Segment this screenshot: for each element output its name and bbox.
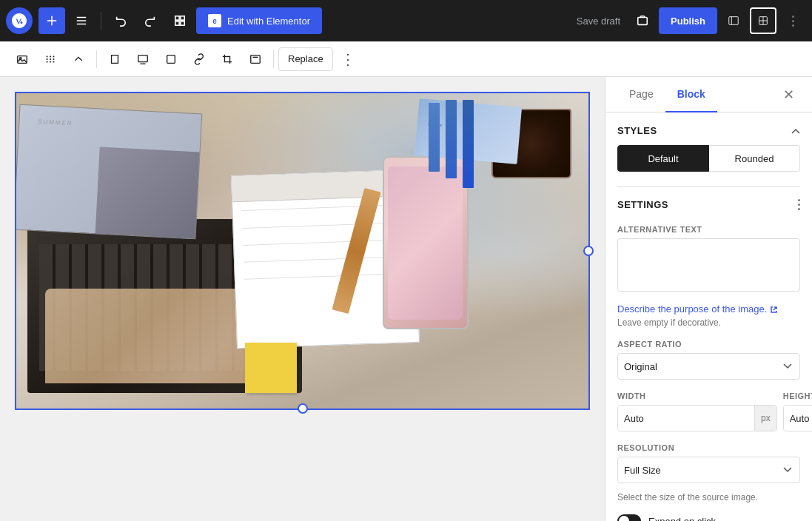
alt-text-input[interactable] <box>617 238 800 292</box>
publish-label: Publish <box>671 16 705 27</box>
toolbar-right-actions: Save draft Publish <box>571 7 806 34</box>
resolution-select[interactable]: Full Size Large Medium Large Medium Thum… <box>617 457 800 483</box>
external-link-icon <box>770 306 777 313</box>
image-more-options-button[interactable]: ⋮ <box>335 46 361 73</box>
replace-button[interactable]: Replace <box>278 47 333 71</box>
more-options-button[interactable] <box>779 7 806 34</box>
svg-rect-14 <box>50 56 51 57</box>
svg-rect-16 <box>47 58 48 60</box>
redo-button[interactable] <box>137 7 164 34</box>
styles-title: Styles <box>617 125 657 136</box>
alt-text-helper: Leave empty if decorative. <box>617 317 800 328</box>
pen-blue-1 <box>463 100 474 188</box>
canvas-area[interactable]: NAME SURNAME SUMMER <box>0 77 605 521</box>
image-tool-link-button[interactable] <box>186 46 212 73</box>
publish-button[interactable]: Publish <box>659 7 717 34</box>
aspect-ratio-select[interactable]: Original Square - 1:1 Standard - 4:3 Por… <box>617 353 800 380</box>
save-draft-label: Save draft <box>577 16 620 27</box>
style-default-button[interactable]: Default <box>617 145 709 172</box>
image-content: NAME SURNAME SUMMER <box>16 93 588 409</box>
svg-rect-5 <box>181 21 184 25</box>
width-group: WIDTH px <box>617 391 777 431</box>
resize-handle-right[interactable] <box>583 246 594 256</box>
image-block-toolbar: Replace ⋮ <box>0 41 812 77</box>
elementor-icon: e <box>208 14 221 27</box>
alt-text-link-text: Describe the purpose of the image. <box>617 303 767 315</box>
svg-rect-4 <box>175 21 179 25</box>
preview-button[interactable] <box>629 7 656 34</box>
more-options-dots: ⋮ <box>340 50 355 68</box>
style-default-label: Default <box>648 153 678 164</box>
save-draft-button[interactable]: Save draft <box>571 7 626 34</box>
style-rounded-button[interactable]: Rounded <box>709 145 800 172</box>
resolution-helper: Select the size of the source image. <box>617 492 800 502</box>
image-tool-align-button[interactable] <box>101 46 128 73</box>
image-tool-crop-button[interactable] <box>214 46 241 73</box>
width-unit: px <box>754 406 776 431</box>
panel-header: Page Block ✕ <box>605 77 812 112</box>
svg-rect-13 <box>47 56 48 57</box>
sticky-note <box>245 343 297 393</box>
expand-on-click-row: Expand on click <box>617 514 800 521</box>
settings-title: Settings <box>617 199 668 210</box>
image-tool-fullscreen-button[interactable] <box>158 46 184 73</box>
svg-rect-18 <box>53 58 55 60</box>
settings-more-button[interactable] <box>798 199 800 210</box>
tab-page[interactable]: Page <box>617 77 665 112</box>
svg-rect-17 <box>50 58 51 60</box>
tab-block-label: Block <box>677 88 705 100</box>
magazine: SUMMER <box>16 104 203 240</box>
block-editor-view-button[interactable] <box>750 7 776 34</box>
image-block[interactable]: NAME SURNAME SUMMER <box>15 92 590 410</box>
pen-blue-2 <box>446 100 457 179</box>
panel-content: Styles Default Rounded Settings <box>605 112 812 521</box>
width-input[interactable] <box>618 406 754 431</box>
section-divider-1 <box>617 186 800 187</box>
svg-rect-20 <box>50 61 51 62</box>
expand-on-click-toggle[interactable] <box>617 514 641 521</box>
width-input-wrap: px <box>617 405 777 431</box>
height-input-wrap: px <box>783 405 812 431</box>
panel-close-button[interactable]: ✕ <box>776 83 800 107</box>
height-input[interactable] <box>784 406 812 431</box>
undo-button[interactable] <box>107 7 134 34</box>
settings-section-header: Settings <box>617 199 800 216</box>
image-bg: NAME SURNAME SUMMER <box>16 93 588 409</box>
right-panel: Page Block ✕ Styles Default <box>605 77 812 521</box>
aspect-ratio-label: ASPECT RATIO <box>617 340 800 349</box>
image-tool-gallery-button[interactable] <box>9 46 36 73</box>
elementor-e-letter: e <box>212 17 217 25</box>
svg-rect-21 <box>53 61 55 62</box>
tab-block[interactable]: Block <box>665 77 717 112</box>
block-tools-button[interactable] <box>68 7 95 34</box>
image-tool-text-button[interactable] <box>242 46 269 73</box>
add-block-button[interactable] <box>38 7 65 34</box>
svg-rect-3 <box>181 16 184 20</box>
pen-blue-3 <box>429 103 440 172</box>
wp-logo-icon[interactable] <box>6 7 33 34</box>
tab-page-label: Page <box>629 88 654 100</box>
image-tool-caption-button[interactable] <box>130 46 156 73</box>
post-editor-toggle-button[interactable] <box>720 7 747 34</box>
svg-rect-25 <box>167 55 175 63</box>
replace-label: Replace <box>288 53 323 64</box>
svg-rect-23 <box>138 55 147 61</box>
alt-text-link[interactable]: Describe the purpose of the image. <box>617 303 777 315</box>
main-layout: NAME SURNAME SUMMER <box>0 77 812 521</box>
resolution-label: RESOLUTION <box>617 443 800 452</box>
image-tool-move-up-button[interactable] <box>65 46 92 73</box>
dimensions-row: WIDTH px HEIGHT px <box>617 391 800 431</box>
width-label: WIDTH <box>617 391 777 400</box>
height-label: HEIGHT <box>783 391 812 400</box>
svg-rect-19 <box>47 61 48 62</box>
height-group: HEIGHT px <box>783 391 812 431</box>
image-tool-drag-button[interactable] <box>37 46 64 73</box>
top-toolbar: e Edit with Elementor Save draft Publish <box>0 0 812 41</box>
edit-with-elementor-button[interactable]: e Edit with Elementor <box>196 7 322 34</box>
edit-with-elementor-label: Edit with Elementor <box>227 16 310 27</box>
alt-text-label: ALTERNATIVE TEXT <box>617 225 800 234</box>
resize-handle-bottom[interactable] <box>298 403 308 414</box>
styles-collapse-button[interactable] <box>791 124 800 136</box>
kebab-icon <box>792 16 794 27</box>
document-overview-button[interactable] <box>167 7 193 34</box>
